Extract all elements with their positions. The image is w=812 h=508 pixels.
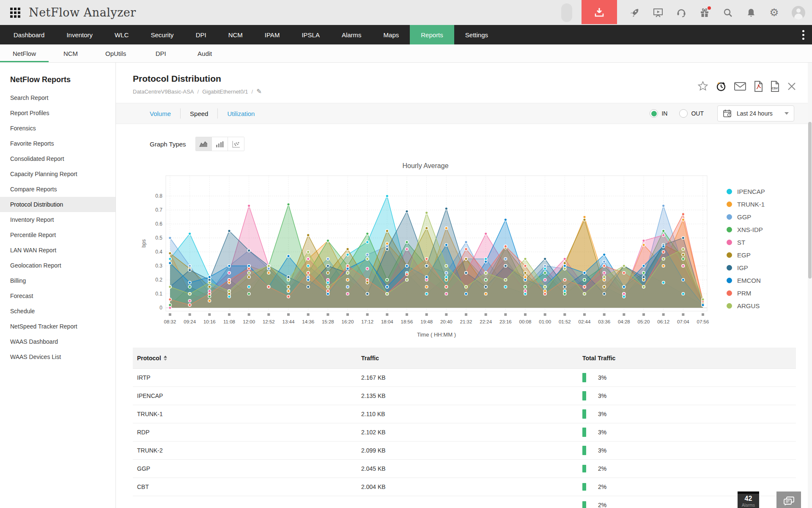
column-header-total-traffic[interactable]: Total Traffic [582,355,796,362]
gift-icon[interactable] [699,7,710,18]
svg-text:06:12: 06:12 [657,319,669,324]
graph-type-area-button[interactable] [196,137,212,151]
subnav-item-dpi[interactable]: DPI [139,44,183,62]
support-headset-icon[interactable] [675,7,687,18]
subnav-item-netflow[interactable]: NetFlow [0,44,49,62]
user-avatar[interactable] [792,6,805,19]
sidebar-item-percentile-report[interactable]: Percentile Report [0,227,115,243]
page-scrollbar [808,63,812,508]
report-tab-volume[interactable]: Volume [140,108,180,119]
direction-radio-in[interactable]: IN [650,109,667,118]
notifications-bell-icon[interactable] [745,7,757,18]
svg-text:01:52: 01:52 [559,319,571,324]
sidebar-item-waas-devices-list[interactable]: WAAS Devices List [0,349,115,364]
legend-label: ST [737,239,745,246]
settings-gear-icon[interactable]: ⚙ [768,7,780,18]
sidebar-item-lan-wan-report[interactable]: LAN WAN Report [0,243,115,258]
svg-text:01:00: 01:00 [539,319,551,324]
cell-traffic: 2.102 KB [361,429,582,436]
legend-label: IGP [737,264,748,271]
legend-label: IPENCAP [737,188,765,195]
svg-text:22:24: 22:24 [480,319,492,324]
favorite-star-icon[interactable] [697,81,708,91]
legend-item-st[interactable]: ST [727,236,765,248]
scrollbar-thumb[interactable] [808,122,812,279]
svg-text:20:40: 20:40 [440,319,453,324]
sidebar-item-compare-reports[interactable]: Compare Reports [0,182,115,197]
nav-item-wlc[interactable]: WLC [104,25,140,44]
sidebar-item-consolidated-report[interactable]: Consolidated Report [0,151,115,166]
sort-icon[interactable] [164,356,167,361]
direction-radio-out[interactable]: OUT [679,109,704,118]
graph-type-scatter-button[interactable] [228,137,244,151]
nav-item-reports[interactable]: Reports [410,25,454,44]
column-header-traffic[interactable]: Traffic [361,355,582,362]
legend-item-argus[interactable]: ARGUS [727,299,765,312]
sidebar-item-geolocation-report[interactable]: Geolocation Report [0,258,115,273]
sidebar-item-capacity-planning-report[interactable]: Capacity Planning Report [0,166,115,182]
svg-text:14:36: 14:36 [302,319,314,324]
nav-item-maps[interactable]: Maps [373,25,410,44]
sidebar-item-forecast[interactable]: Forecast [0,288,115,304]
cell-total-traffic: 3% [582,446,796,455]
nav-item-dashboard[interactable]: Dashboard [3,25,55,44]
sidebar-item-search-report[interactable]: Search Report [0,90,115,105]
legend-item-egp[interactable]: EGP [727,248,765,261]
traffic-mini-bar [582,501,586,508]
sidebar-item-report-profiles[interactable]: Report Profiles [0,105,115,121]
export-csv-icon[interactable]: CSV [770,81,779,92]
cell-traffic: 2.004 KB [361,483,582,490]
legend-item-emcon[interactable]: EMCON [727,274,765,287]
sidebar-item-favorite-reports[interactable]: Favorite Reports [0,136,115,151]
time-range-dropdown[interactable]: Last 24 hours [717,105,794,121]
sidebar-item-forensics[interactable]: Forensics [0,121,115,136]
report-tab-utilization[interactable]: Utilization [218,108,264,119]
export-pdf-icon[interactable] [754,81,763,92]
breadcrumb-device[interactable]: DataCentreV9Basic-ASA [133,88,194,95]
alarms-badge[interactable]: 42 Alarms [738,491,759,508]
rocket-icon[interactable] [629,7,640,18]
subnav-item-ncm[interactable]: NCM [49,44,93,62]
edit-pencil-icon[interactable]: ✎ [256,88,262,95]
subnav-item-audit[interactable]: Audit [183,44,227,62]
legend-dot [727,303,732,309]
search-icon[interactable] [722,7,733,18]
sidebar-item-inventory-report[interactable]: Inventory Report [0,212,115,227]
breadcrumb-interface[interactable]: GigabitEthernet0/1 [202,88,248,95]
cell-protocol: IPENCAP [137,392,361,399]
chat-button[interactable] [776,491,801,508]
legend-item-igp[interactable]: IGP [727,261,765,274]
nav-item-settings[interactable]: Settings [454,25,499,44]
nav-item-ipsla[interactable]: IPSLA [291,25,331,44]
training-video-icon[interactable] [652,7,664,18]
subnav-item-oputils[interactable]: OpUtils [93,44,139,62]
legend-item-xns-idp[interactable]: XNS-IDP [727,223,765,236]
legend-item-ipencap[interactable]: IPENCAP [727,185,765,198]
sidebar-item-schedule[interactable]: Schedule [0,304,115,319]
nav-item-alarms[interactable]: Alarms [331,25,373,44]
column-header-protocol[interactable]: Protocol [137,355,361,362]
apps-grid-icon[interactable] [10,8,20,18]
nav-item-ipam[interactable]: IPAM [254,25,291,44]
graph-type-bar-button[interactable] [212,137,228,151]
report-tab-speed[interactable]: Speed [181,108,217,119]
close-icon[interactable] [787,81,797,91]
overflow-menu-icon[interactable] [795,25,812,44]
page-title: Protocol Distribution [133,74,262,84]
sidebar-item-billing[interactable]: Billing [0,273,115,288]
sidebar-item-protocol-distribution[interactable]: Protocol Distribution [0,197,115,212]
sidebar-item-netspeed-tracker-report[interactable]: NetSpeed Tracker Report [0,319,115,334]
legend-item-prm[interactable]: PRM [727,287,765,299]
schedule-history-icon[interactable] [716,81,727,92]
legend-item-ggp[interactable]: GGP [727,210,765,223]
nav-item-inventory[interactable]: Inventory [55,25,104,44]
nav-item-dpi[interactable]: DPI [185,25,217,44]
legend-item-trunk-1[interactable]: TRUNK-1 [727,198,765,210]
table-row: TRUNK-22.099 KB3% [133,442,796,460]
email-icon[interactable] [734,81,746,91]
sidebar-item-waas-dashboard[interactable]: WAAS Dashboard [0,334,115,349]
nav-item-security[interactable]: Security [140,25,184,44]
download-button[interactable] [582,0,617,24]
svg-text:09:24: 09:24 [184,319,196,324]
nav-item-ncm[interactable]: NCM [217,25,254,44]
